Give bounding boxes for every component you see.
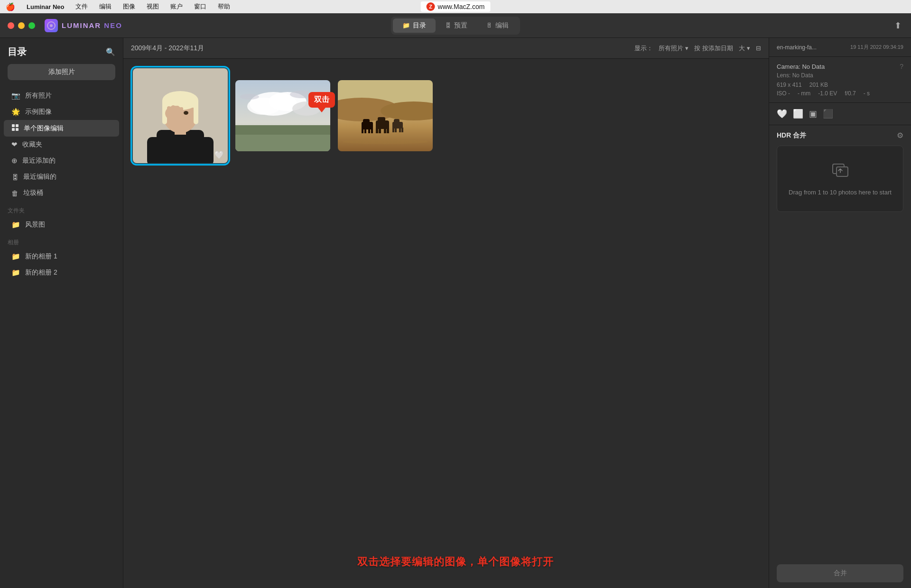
help-icon[interactable]: ?: [900, 63, 903, 70]
menu-help[interactable]: 帮助: [216, 1, 232, 12]
camera-row: Camera: No Data ?: [777, 63, 903, 70]
menu-image[interactable]: 图像: [121, 1, 137, 12]
search-icon[interactable]: 🔍: [106, 47, 115, 56]
macz-url: www.MacZ.com: [438, 3, 485, 10]
menu-account[interactable]: 账户: [168, 1, 185, 12]
ev-value: -1.0 EV: [818, 90, 837, 97]
fullscreen-button[interactable]: [28, 22, 35, 29]
tab-presets[interactable]: 🎛 预置: [436, 18, 477, 33]
close-button[interactable]: [8, 22, 14, 29]
svg-rect-54: [837, 167, 848, 176]
svg-point-24: [247, 98, 280, 115]
catalog-icon: 📁: [402, 22, 410, 29]
svg-rect-13: [162, 101, 198, 108]
landscape-folder-icon: 📁: [11, 220, 20, 229]
right-panel-header: en-marking-fa... 19 11月 2022 09:34:19: [769, 38, 911, 57]
svg-rect-3: [16, 124, 19, 127]
hdr-settings-icon[interactable]: ⚙: [897, 131, 903, 140]
svg-rect-27: [235, 125, 330, 135]
iso-value: ISO -: [777, 90, 790, 97]
hdr-drop-zone[interactable]: Drag from 1 to 10 photos here to start: [777, 146, 903, 212]
sidebar-item-landscape[interactable]: 📁 风景图: [4, 217, 119, 233]
app-name[interactable]: Luminar Neo: [25, 2, 66, 11]
photo-sky: [235, 80, 330, 151]
sidebar-item-album1[interactable]: 📁 新的相册 1: [4, 248, 119, 265]
sidebar-item-recently-added[interactable]: ⊕ 最近添加的: [4, 153, 119, 169]
sidebar-item-single-edit-label: 单个图像编辑: [24, 124, 64, 133]
svg-rect-18: [180, 107, 183, 117]
app-brand: LUMINAR NEO: [45, 19, 122, 32]
toolbar-right: 显示： 所有照片 ▾ 按 按添加日期 大 ▾ ⊟: [634, 44, 761, 53]
menu-edit[interactable]: 编辑: [97, 1, 113, 12]
sidebar-item-album1-label: 新的相册 1: [25, 252, 57, 261]
svg-rect-26: [235, 132, 330, 151]
photo-card-2[interactable]: [235, 80, 330, 151]
camera-label: Camera: No Data: [777, 63, 825, 70]
photo-card-3[interactable]: [338, 80, 433, 151]
minimize-button[interactable]: [18, 22, 25, 29]
menu-view[interactable]: 视图: [145, 1, 161, 12]
bottom-annotation: 双击选择要编辑的图像，单个图像将打开: [357, 555, 554, 569]
brand-icon: [45, 19, 58, 32]
main-content: 2009年4月 - 2022年11月 显示： 所有照片 ▾ 按 按添加日期 大 …: [123, 38, 769, 588]
svg-rect-4: [12, 128, 15, 131]
menu-file[interactable]: 文件: [74, 1, 90, 12]
sidebar-item-favorites[interactable]: ❤ 收藏夹: [4, 137, 119, 153]
macz-z-logo: Z: [427, 2, 435, 11]
photo-grid: 双击: [123, 59, 769, 588]
hdr-section: HDR 合并 ⚙ Drag from 1 to 10 photos here t…: [769, 125, 911, 559]
svg-rect-35: [378, 117, 385, 123]
svg-rect-43: [395, 128, 397, 132]
sidebar-item-album2[interactable]: 📁 新的相册 2: [4, 265, 119, 281]
tab-catalog[interactable]: 📁 目录: [393, 18, 436, 33]
hdr-drop-text: Drag from 1 to 10 photos here to start: [789, 188, 892, 197]
merge-button[interactable]: 合并: [777, 564, 903, 582]
sidebar-item-all-photos[interactable]: 📷 所有照片: [4, 88, 119, 104]
size-chevron-icon: ▾: [747, 45, 750, 52]
center-tabs: 📁 目录 🎛 预置 🎚 编辑: [391, 17, 520, 35]
copy-action-icon[interactable]: ⬜: [793, 109, 803, 119]
tab-presets-label: 预置: [454, 21, 467, 30]
recently-edited-icon: 🎛: [11, 173, 19, 181]
shutter-value: - s: [864, 90, 870, 97]
svg-rect-16: [171, 105, 175, 117]
lens-row: Lens: No Data: [777, 72, 903, 79]
sidebar-item-landscape-label: 风景图: [25, 220, 45, 229]
sidebar-item-trash[interactable]: 🗑 垃圾桶: [4, 185, 119, 201]
sidebar-item-sample[interactable]: 🌟 示例图像: [4, 104, 119, 120]
photo-toolbar: 2009年4月 - 2022年11月 显示： 所有照片 ▾ 按 按添加日期 大 …: [123, 38, 769, 59]
display-value: 所有照片: [659, 44, 683, 53]
single-edit-icon: [11, 124, 19, 133]
size-dropdown[interactable]: 大 ▾: [739, 44, 750, 53]
photo-cattle: [338, 80, 433, 151]
paste-action-icon[interactable]: ▣: [809, 109, 817, 119]
tab-edit[interactable]: 🎚 编辑: [477, 18, 518, 33]
album2-icon: 📁: [11, 268, 20, 277]
sidebar-item-album2-label: 新的相册 2: [25, 268, 57, 277]
share-button[interactable]: ⬆: [894, 20, 902, 31]
right-panel: en-marking-fa... 19 11月 2022 09:34:19 Ca…: [769, 38, 911, 588]
dimensions-value: 619 x 411: [777, 82, 802, 88]
add-photos-button[interactable]: 添加照片: [8, 64, 115, 80]
sidebar-item-recently-edited[interactable]: 🎛 最近编辑的: [4, 169, 119, 185]
svg-point-19: [184, 111, 188, 115]
menu-window[interactable]: 窗口: [192, 1, 208, 12]
tooltip-arrow: [318, 108, 325, 112]
display-dropdown[interactable]: 所有照片 ▾: [659, 44, 688, 53]
photo-actions: 🤍 ⬜ ▣ ⬛: [769, 103, 911, 125]
grid-icon[interactable]: ⊟: [756, 45, 761, 52]
flag-action-icon[interactable]: ⬛: [823, 109, 833, 119]
content-area: 目录 🔍 添加照片 📷 所有照片 🌟 示例图像: [0, 38, 911, 588]
photo-woman: [133, 68, 228, 163]
svg-point-1: [50, 24, 53, 27]
exif-section: Camera: No Data ? Lens: No Data 619 x 41…: [769, 57, 911, 103]
folder-section-title: 文件夹: [0, 201, 123, 217]
sidebar-header: 目录 🔍: [0, 46, 123, 64]
heart-action-icon[interactable]: 🤍: [777, 109, 787, 119]
photo-heart-icon[interactable]: 🤍: [214, 150, 224, 159]
sidebar-item-sample-label: 示例图像: [25, 108, 52, 116]
file-date: 19 11月 2022 09:34:19: [850, 44, 903, 51]
mm-value: - mm: [798, 90, 810, 97]
photo-card-1[interactable]: 🤍: [133, 68, 228, 163]
sidebar-item-single-edit[interactable]: 单个图像编辑: [4, 120, 119, 137]
